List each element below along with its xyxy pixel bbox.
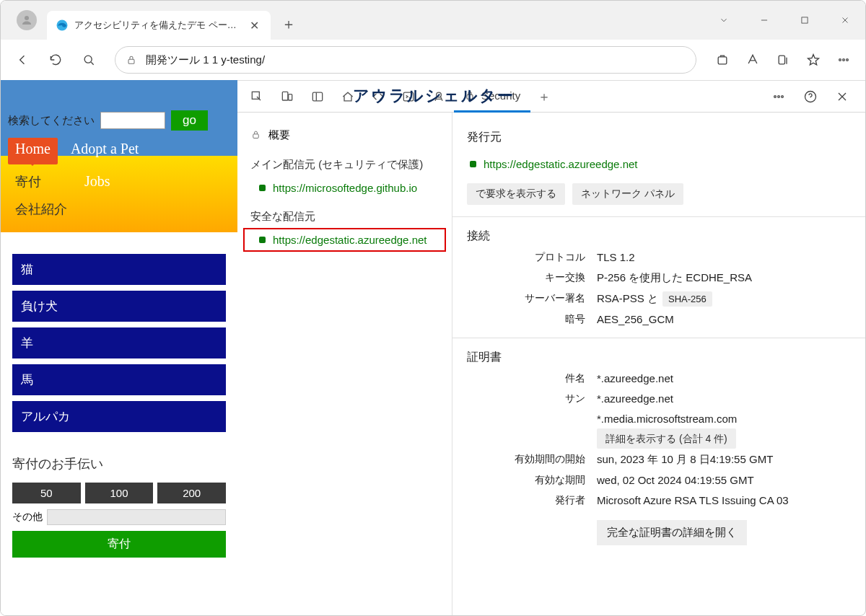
svg-point-7 <box>839 59 841 61</box>
origin-url: https://edgestatic.azureedge.net <box>273 234 427 246</box>
refresh-button[interactable] <box>41 45 70 74</box>
nav-jobs[interactable]: Jobs <box>84 173 110 190</box>
security-tab-label: Security <box>481 89 520 102</box>
panel-icon[interactable] <box>302 81 333 113</box>
origin-url: https://microsoftedge.github.io <box>273 182 417 194</box>
search-input[interactable] <box>100 112 165 129</box>
svg-point-0 <box>25 16 29 20</box>
security-origin-list: 概要 メイン配信元 (セキュリティで保護) https://microsofte… <box>237 113 452 615</box>
profile-avatar[interactable] <box>17 10 37 30</box>
nav-donate[interactable]: 寄付 <box>15 173 41 190</box>
issuer-origin: https://edgestatic.azureedge.net <box>484 158 637 170</box>
console-tab-icon[interactable] <box>393 81 424 113</box>
devtools-more-button[interactable] <box>764 82 793 111</box>
app-icon[interactable] <box>708 45 737 74</box>
network-panel-button[interactable]: ネットワーク パネル <box>572 183 683 205</box>
connection-heading: 接続 <box>467 229 851 244</box>
svg-rect-11 <box>282 92 288 100</box>
secure-indicator-icon <box>470 161 476 167</box>
collections-icon[interactable] <box>769 45 797 74</box>
devtools-close-button[interactable] <box>828 82 857 111</box>
nav-about[interactable]: 会社紹介 <box>15 201 230 218</box>
open-certificate-button[interactable]: 完全な証明書の詳細を開く <box>597 520 747 545</box>
svg-point-18 <box>778 95 780 97</box>
browser-toolbar: 開発ツール 1 1 y-testing/ <box>1 40 865 80</box>
show-more-san-button[interactable]: 詳細を表示する (合計 4 件) <box>597 428 736 449</box>
valid-from-value: sun, 2023 年 10 月 8 日4:19:55 GMT <box>597 453 851 467</box>
nav-adopt[interactable]: Adopt a Pet <box>71 138 139 164</box>
devtools-help-button[interactable] <box>796 82 825 111</box>
list-item[interactable]: 羊 <box>12 327 226 358</box>
window-dropdown[interactable] <box>704 6 744 35</box>
origin-item-selected[interactable]: https://edgestatic.azureedge.net <box>243 228 446 252</box>
protocol-value: TLS 1.2 <box>597 251 851 264</box>
donate-heading: 寄付のお手伝い <box>12 455 226 472</box>
tab-close-button[interactable]: ✕ <box>246 17 262 33</box>
more-menu-button[interactable] <box>829 45 858 74</box>
san-value-2: *.media.microsoftstream.com <box>597 413 851 425</box>
donate-amount[interactable]: 100 <box>85 483 154 503</box>
valid-from-label: 有効期間の開始 <box>467 453 597 467</box>
browser-tab[interactable]: アクセシビリティを備えたデモ ページは、 ✕ <box>47 11 271 40</box>
subject-label: 件名 <box>467 372 597 385</box>
list-item[interactable]: アルパカ <box>12 401 226 432</box>
svg-point-17 <box>774 95 777 97</box>
back-button[interactable] <box>8 45 37 74</box>
list-item[interactable]: 負け犬 <box>12 291 226 322</box>
svg-rect-13 <box>312 92 322 101</box>
list-item[interactable]: 猫 <box>12 254 226 285</box>
secure-indicator-icon <box>259 237 266 243</box>
svg-point-8 <box>843 59 845 61</box>
go-button[interactable]: go <box>171 110 208 131</box>
devtools-body: 概要 メイン配信元 (セキュリティで保護) https://microsofte… <box>237 113 865 615</box>
add-tab-button[interactable]: ＋ <box>530 88 558 105</box>
secure-indicator-icon <box>259 185 266 191</box>
window-controls <box>704 6 865 35</box>
svg-rect-4 <box>128 59 134 63</box>
svg-rect-6 <box>779 56 784 64</box>
inspect-icon[interactable] <box>242 81 272 113</box>
donate-other-label: その他 <box>12 511 43 524</box>
cert-issuer-value: Microsoft Azure RSA TLS Issuing CA 03 <box>597 494 851 507</box>
overview-label[interactable]: 概要 <box>268 128 290 142</box>
lock-icon <box>126 54 137 66</box>
sources-tab-icon[interactable] <box>424 81 454 113</box>
cert-issuer-label: 発行者 <box>467 494 597 507</box>
edge-icon <box>56 19 69 32</box>
security-details: 発行元 https://edgestatic.azureedge.net で要求… <box>452 113 865 615</box>
content-area: 検索してください go Home Adopt a Pet 寄付 Jobs 会社紹… <box>1 80 865 615</box>
maximize-button[interactable] <box>784 6 825 35</box>
server-signature-label: サーバー署名 <box>467 292 597 306</box>
minimize-button[interactable] <box>744 6 784 35</box>
read-aloud-icon[interactable] <box>738 45 767 74</box>
donate-amount[interactable]: 200 <box>157 483 226 503</box>
nav-home[interactable]: Home <box>8 138 58 164</box>
issuer-heading: 発行元 <box>467 130 851 145</box>
svg-point-9 <box>847 59 849 61</box>
donate-submit-button[interactable]: 寄付 <box>12 531 226 558</box>
welcome-tab-icon[interactable] <box>333 81 363 113</box>
svg-rect-12 <box>289 94 292 100</box>
favorite-icon[interactable] <box>799 45 828 74</box>
elements-tab-icon[interactable] <box>363 81 393 113</box>
valid-to-value: wed, 02 Oct 2024 04:19:55 GMT <box>597 474 851 487</box>
show-requests-button[interactable]: で要求を表示する <box>467 183 565 205</box>
server-signature-value: RSA-PSS とSHA-256 <box>597 292 851 306</box>
security-tab[interactable]: Security <box>454 81 530 113</box>
device-icon[interactable] <box>272 81 302 113</box>
search-button[interactable] <box>74 45 103 74</box>
origin-item-main[interactable]: https://microsoftedge.github.io <box>237 176 452 200</box>
san-value: *.azureedge.net <box>597 392 851 405</box>
list-item[interactable]: 馬 <box>12 364 226 395</box>
donate-other-input[interactable] <box>47 509 226 525</box>
address-text: 開発ツール 1 1 y-testing/ <box>146 53 265 67</box>
new-tab-button[interactable]: ＋ <box>275 10 302 38</box>
safe-origin-heading: 安全な配信元 <box>237 200 452 228</box>
devtools-tabbar: Security ＋ アウラルシェルター <box>237 81 865 113</box>
svg-point-15 <box>437 92 442 97</box>
main-origin-heading: メイン配信元 (セキュリティで保護) <box>237 148 452 176</box>
svg-rect-5 <box>718 57 727 64</box>
close-window-button[interactable] <box>825 6 865 35</box>
address-bar[interactable]: 開発ツール 1 1 y-testing/ <box>115 46 696 74</box>
donate-amount[interactable]: 50 <box>12 483 81 503</box>
